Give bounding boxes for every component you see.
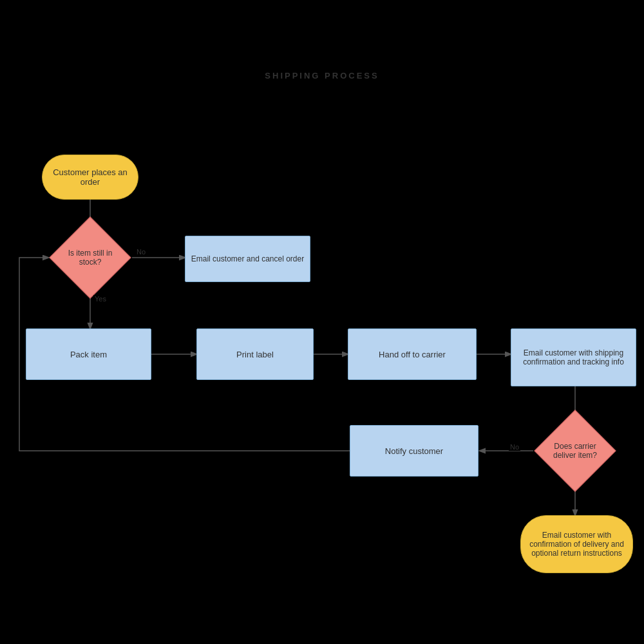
cancel-node: Email customer and cancel order <box>185 236 310 282</box>
no2-label: No <box>509 443 520 451</box>
no1-label: No <box>135 248 147 256</box>
email-delivery-node: Email customer with confirmation of deli… <box>520 515 633 573</box>
handoff-node: Hand off to carrier <box>348 328 477 380</box>
print-node: Print label <box>196 328 314 380</box>
diamond1-label: Is item still in stock? <box>58 249 122 267</box>
diamond2-container: Does carrier deliver item? <box>533 424 617 478</box>
diamond2-label: Does carrier deliver item? <box>543 442 607 460</box>
diamond1-container: Is item still in stock? <box>48 231 132 285</box>
start-node: Customer places an order <box>42 155 138 200</box>
email-confirm-node: Email customer with shipping confirmatio… <box>511 328 636 386</box>
pack-node: Pack item <box>26 328 151 380</box>
diagram-title: SHIPPING PROCESS <box>0 71 644 80</box>
notify-node: Notify customer <box>350 425 478 477</box>
yes1-label: Yes <box>93 295 108 303</box>
